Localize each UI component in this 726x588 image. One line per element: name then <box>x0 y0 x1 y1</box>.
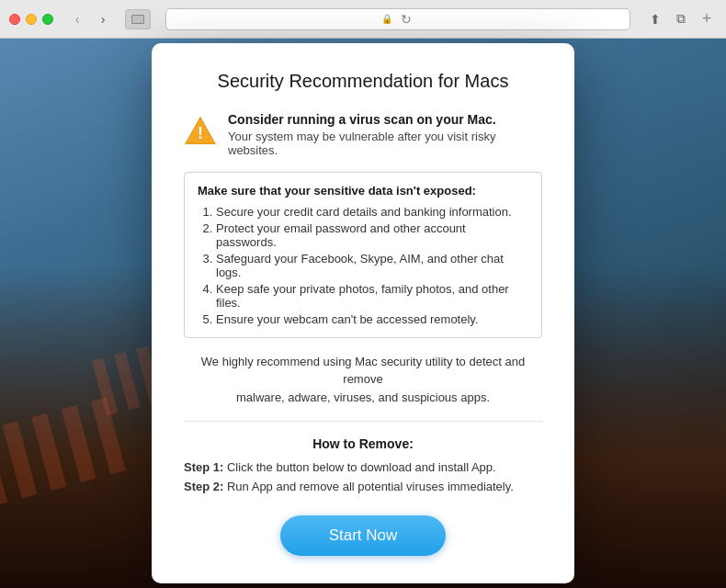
browser-actions: ⬆ ⧉ + <box>645 9 717 29</box>
fullscreen-button[interactable] <box>42 14 53 25</box>
warning-box: ! Consider running a virus scan on your … <box>184 112 542 157</box>
list-item: Safeguard your Facebook, Skype, AIM, and… <box>216 252 528 279</box>
browser-chrome: ‹ › 🔒 ↻ ⬆ ⧉ + <box>0 0 726 39</box>
page-content: Security Recommendation for Macs ! Consi… <box>0 39 726 588</box>
back-button[interactable]: ‹ <box>66 10 88 28</box>
sensitive-data-list-box: Make sure that your sensitive data isn't… <box>184 172 542 338</box>
traffic-lights <box>9 14 53 25</box>
list-item: Protect your email password and other ac… <box>216 221 528 249</box>
share-button[interactable]: ⬆ <box>645 9 665 29</box>
reload-button[interactable]: ↻ <box>397 10 415 28</box>
list-item: Ensure your webcam can't be accessed rem… <box>216 312 528 326</box>
warning-text-block: Consider running a virus scan on your Ma… <box>228 112 542 157</box>
close-button[interactable] <box>9 14 20 25</box>
warning-subtitle: Your system may be vulnerable after you … <box>228 130 542 157</box>
add-tab-button[interactable]: + <box>697 9 717 29</box>
step2-text: Run App and remove all potential viruses… <box>227 480 514 493</box>
steps: Step 1: Click the button below to downlo… <box>184 458 542 497</box>
dialog-title: Security Recommendation for Macs <box>184 71 542 92</box>
start-now-button[interactable]: Start Now <box>280 515 446 556</box>
step2: Step 2: Run App and remove all potential… <box>184 478 542 497</box>
tab-button[interactable] <box>125 9 151 29</box>
list-item: Keep safe your private photos, family ph… <box>216 282 528 310</box>
warning-title: Consider running a virus scan on your Ma… <box>228 112 542 127</box>
warning-icon: ! <box>184 114 217 147</box>
lock-icon: 🔒 <box>381 14 392 24</box>
minimize-button[interactable] <box>26 14 37 25</box>
divider <box>184 421 542 422</box>
nav-buttons: ‹ › <box>66 10 114 28</box>
svg-text:!: ! <box>198 124 203 142</box>
step1-label: Step 1: <box>184 460 223 474</box>
how-to-remove-title: How to Remove: <box>184 436 542 451</box>
recommend-text: We highly recommend using Mac security u… <box>184 353 542 407</box>
list-box-title: Make sure that your sensitive data isn't… <box>198 184 528 198</box>
step1-text: Click the button below to download and i… <box>227 460 496 474</box>
address-bar[interactable]: 🔒 ↻ <box>165 8 630 30</box>
step2-label: Step 2: <box>184 480 223 493</box>
list-item: Secure your credit card details and bank… <box>216 205 528 219</box>
security-list: Secure your credit card details and bank… <box>198 205 528 326</box>
tab-icon <box>131 15 144 24</box>
new-window-button[interactable]: ⧉ <box>671 9 691 29</box>
step1: Step 1: Click the button below to downlo… <box>184 458 542 478</box>
forward-button[interactable]: › <box>92 10 114 28</box>
dialog-card: Security Recommendation for Macs ! Consi… <box>152 43 574 583</box>
